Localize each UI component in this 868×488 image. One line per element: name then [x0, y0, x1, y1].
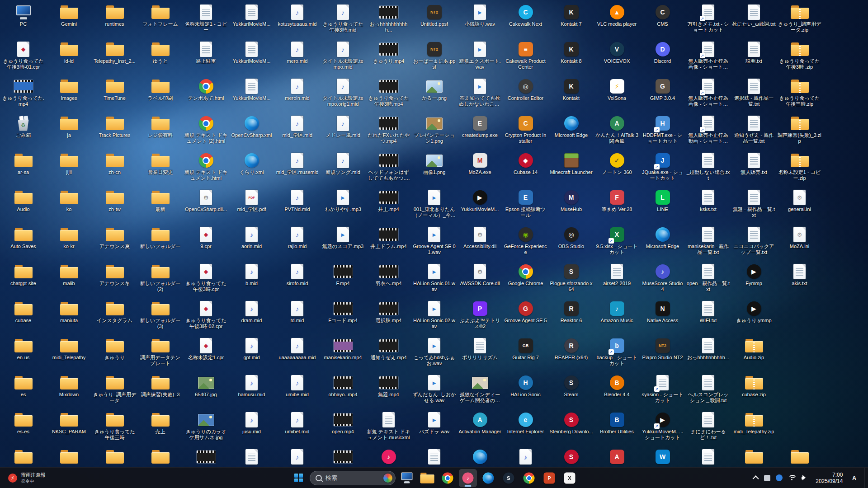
- desktop-icon[interactable]: cubase: [0, 297, 46, 334]
- desktop-icon[interactable]: H↗HDDFMT.exe - ショートカット: [640, 112, 685, 149]
- desktop-icon[interactable]: ↗万引きメモ.txt - ショートカット: [685, 1, 731, 38]
- desktop-icon[interactable]: Audio: [0, 186, 46, 223]
- desktop-icon[interactable]: ▶YukkuriMovieM...: [457, 186, 503, 223]
- desktop-icon[interactable]: ▶答え知ってても死ぬしかないわこれ.wav: [457, 75, 503, 112]
- desktop-icon[interactable]: ♪rajio.mid: [274, 223, 320, 260]
- desktop-icon[interactable]: ♪: [274, 446, 320, 467]
- desktop-icon[interactable]: TimeTune: [92, 75, 137, 112]
- desktop-icon[interactable]: Ecreatedump.exe: [457, 112, 503, 149]
- desktop-icon[interactable]: ar-sa: [0, 149, 46, 186]
- desktop-icon[interactable]: zh-tw: [92, 186, 137, 223]
- desktop-icon[interactable]: 通知うぜえ - 親作品一覧.txt: [731, 112, 777, 149]
- desktop-icon[interactable]: おっhhhhhhhhhh...: [685, 334, 731, 371]
- desktop-icon[interactable]: Track Pictures: [92, 112, 137, 149]
- desktop-icon[interactable]: KKontakt 8: [548, 38, 594, 75]
- desktop-icon[interactable]: 新規 テキスト ドキュメント.musicxml: [366, 408, 411, 446]
- desktop-icon[interactable]: ▶わかりやす.mp3: [320, 186, 366, 223]
- desktop-icon[interactable]: プレゼンテーション1.png: [411, 112, 457, 149]
- desktop-icon[interactable]: 営業日変更: [137, 149, 183, 186]
- desktop-icon[interactable]: BBlender 4.4: [594, 371, 640, 408]
- desktop-icon[interactable]: ⚙MoZA.ini: [777, 223, 822, 260]
- desktop-icon[interactable]: テンポあて.html: [183, 75, 229, 112]
- desktop-icon[interactable]: NNative Access: [640, 297, 685, 334]
- desktop-icon[interactable]: きゅうり食ってた午後3時.mp4: [366, 75, 411, 112]
- desktop-icon[interactable]: ▶HALion Sonic 02.wav: [411, 297, 457, 334]
- widgets-button[interactable]: ⚡ 雷雨注意報 発令中: [5, 468, 49, 488]
- desktop-icon[interactable]: 売上: [137, 408, 183, 446]
- desktop-icon[interactable]: [92, 446, 137, 467]
- music-app-taskbar-button[interactable]: ♪: [459, 469, 477, 487]
- pinned-device-taskbar-button[interactable]: [398, 469, 416, 487]
- desktop-icon[interactable]: ja: [46, 112, 92, 149]
- desktop-icon[interactable]: A: [594, 446, 640, 467]
- desktop-icon[interactable]: ▶無題のスコア.mp3: [320, 223, 366, 260]
- desktop-icon[interactable]: OpenCvSharp.xml: [229, 112, 274, 149]
- desktop-icon[interactable]: ♪mid_学区.mid: [274, 112, 320, 149]
- desktop-icon[interactable]: cubase.zip: [731, 371, 777, 408]
- chrome-taskbar-button[interactable]: [439, 469, 457, 487]
- desktop-icon[interactable]: ⚙general.ini: [777, 186, 822, 223]
- desktop-icon[interactable]: X↗9.5.xlsx - ショートカット: [594, 223, 640, 260]
- desktop-icon[interactable]: 65407.jpg: [183, 371, 229, 408]
- desktop-icon[interactable]: manisekarin.mp4: [320, 334, 366, 371]
- desktop-icon[interactable]: かるー.png: [411, 75, 457, 112]
- desktop-icon[interactable]: Auto Saves: [0, 223, 46, 260]
- desktop-icon[interactable]: [411, 446, 457, 467]
- desktop-icon[interactable]: ♪dram.mid: [229, 297, 274, 334]
- desktop-icon[interactable]: きゅうり食ってた午後3時 .zip: [777, 38, 822, 75]
- desktop-icon[interactable]: ▶新規エクスポート.wav: [457, 38, 503, 75]
- desktop-icon[interactable]: ♪jusu.mid: [229, 408, 274, 446]
- desktop-icon[interactable]: ▶ずんだもん_しおかせる.wav: [411, 371, 457, 408]
- desktop-icon[interactable]: [137, 446, 183, 467]
- desktop-icon[interactable]: 井上ドラム.mp4: [366, 223, 411, 260]
- desktop-icon[interactable]: PDFmid_学区.pdf: [229, 186, 274, 223]
- edge-taskbar-button[interactable]: [479, 469, 497, 487]
- desktop-icon[interactable]: ♪メドレー風.mid: [320, 112, 366, 149]
- desktop-icon[interactable]: J↗JQuake.exe - ショートカット: [640, 149, 685, 186]
- desktop-icon[interactable]: RReaktor 6: [548, 297, 594, 334]
- desktop-icon[interactable]: ゆうと: [137, 38, 183, 75]
- desktop-icon[interactable]: 井上.mp4: [366, 186, 411, 223]
- desktop-icon[interactable]: ▶HALion Sonic 01.wav: [411, 260, 457, 297]
- desktop-icon[interactable]: ◎Controller Editor: [503, 75, 548, 112]
- desktop-icon[interactable]: きゅうり: [92, 334, 137, 371]
- file-explorer-taskbar-button[interactable]: [418, 469, 436, 487]
- desktop-icon[interactable]: ♪sirofo.mid: [274, 260, 320, 297]
- desktop-icon[interactable]: Minecraft Launcher: [548, 149, 594, 186]
- desktop-icon[interactable]: W: [640, 446, 685, 467]
- desktop-icon[interactable]: F筆まめ Ver.28: [594, 186, 640, 223]
- desktop-icon[interactable]: KKontakt: [548, 75, 594, 112]
- desktop-icon[interactable]: ♪hamusu.mid: [229, 371, 274, 408]
- desktop-icon[interactable]: おっhhhhhhhhhhh...: [366, 1, 411, 38]
- desktop-icon[interactable]: きゅうり食ってた.mp4: [0, 75, 46, 112]
- desktop-icon[interactable]: 画像1.png: [411, 149, 457, 186]
- x-app-taskbar-button[interactable]: X: [561, 469, 579, 487]
- desktop-icon[interactable]: ♪b.mid: [229, 260, 274, 297]
- desktop-icon[interactable]: 選択肢 - 親作品一覧.txt: [731, 75, 777, 112]
- desktop-icon[interactable]: ♪uaaaaaaaaa.mid: [274, 334, 320, 371]
- desktop-icon[interactable]: es: [0, 371, 46, 408]
- desktop-icon[interactable]: きゅうりのカラオケ用サムネ.jpg: [183, 408, 229, 446]
- desktop-icon[interactable]: midi_Telepathy.zip: [731, 408, 777, 446]
- desktop-icon[interactable]: YukkuriMovieM...: [229, 38, 274, 75]
- desktop-icon[interactable]: ◆きゅうり食ってた午後3時-02.cpr: [183, 297, 229, 334]
- desktop-icon[interactable]: アナウンス夏: [92, 223, 137, 260]
- desktop-icon[interactable]: GRGuitar Rig 7: [503, 334, 548, 371]
- desktop-icon[interactable]: ヘッドフォンはずしててもあかつ.mp4: [366, 149, 411, 186]
- desktop-icon[interactable]: ▶小銭語り.wav: [457, 1, 503, 38]
- desktop-icon[interactable]: SPlogue sforzando x64: [548, 260, 594, 297]
- desktop-icon[interactable]: [229, 446, 274, 467]
- desktop-icon[interactable]: ksks.txt: [685, 186, 731, 223]
- desktop-icon[interactable]: [46, 446, 92, 467]
- desktop-icon[interactable]: BBrother Utilities: [594, 408, 640, 446]
- desktop-icon[interactable]: CCrypton Product Installer: [503, 112, 548, 149]
- desktop-icon[interactable]: ▶↗YukkuriMovieM... - ショートカット: [640, 408, 685, 446]
- start-button[interactable]: [289, 469, 307, 487]
- desktop-icon[interactable]: 通知うぜえ.mp4: [366, 334, 411, 371]
- desktop-icon[interactable]: ↗無人販売不正行為画像 - ショートカッ...: [685, 38, 731, 75]
- desktop-icon[interactable]: 無人販売.txt: [731, 149, 777, 186]
- desktop-icon[interactable]: GGIMP 3.0.4: [640, 75, 685, 112]
- desktop-icon[interactable]: 選択肢.mp4: [366, 297, 411, 334]
- desktop-icon[interactable]: chatgpt-site: [0, 260, 46, 297]
- desktop-icon[interactable]: ♪: [366, 446, 411, 467]
